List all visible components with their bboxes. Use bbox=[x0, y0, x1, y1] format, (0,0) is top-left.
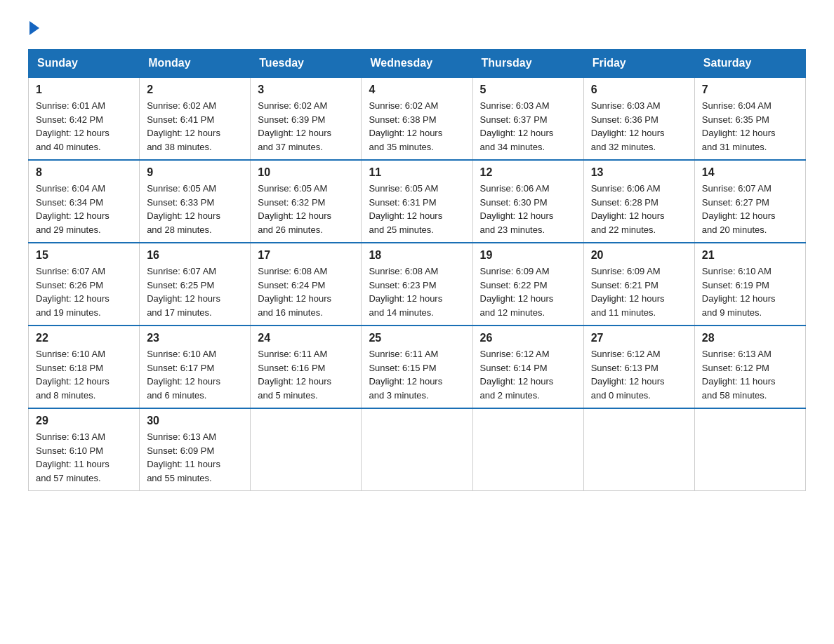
day-number: 20 bbox=[591, 249, 687, 262]
day-number: 9 bbox=[147, 166, 243, 179]
calendar-cell: 28Sunrise: 6:13 AMSunset: 6:12 PMDayligh… bbox=[694, 326, 805, 408]
day-number: 5 bbox=[480, 83, 576, 96]
calendar-cell: 13Sunrise: 6:06 AMSunset: 6:28 PMDayligh… bbox=[583, 160, 694, 243]
calendar-cell: 20Sunrise: 6:09 AMSunset: 6:21 PMDayligh… bbox=[583, 243, 694, 326]
calendar-cell: 26Sunrise: 6:12 AMSunset: 6:14 PMDayligh… bbox=[472, 326, 583, 408]
day-info: Sunrise: 6:03 AMSunset: 6:37 PMDaylight:… bbox=[480, 99, 576, 154]
day-number: 15 bbox=[36, 249, 132, 262]
day-info: Sunrise: 6:12 AMSunset: 6:13 PMDaylight:… bbox=[591, 347, 687, 402]
day-info: Sunrise: 6:10 AMSunset: 6:17 PMDaylight:… bbox=[147, 347, 243, 402]
day-number: 18 bbox=[369, 249, 465, 262]
calendar-cell bbox=[583, 408, 694, 491]
calendar-cell: 25Sunrise: 6:11 AMSunset: 6:15 PMDayligh… bbox=[362, 326, 472, 408]
calendar-week-row-4: 22Sunrise: 6:10 AMSunset: 6:18 PMDayligh… bbox=[29, 326, 806, 408]
day-number: 8 bbox=[36, 166, 132, 179]
day-info: Sunrise: 6:09 AMSunset: 6:21 PMDaylight:… bbox=[591, 264, 687, 319]
day-info: Sunrise: 6:07 AMSunset: 6:26 PMDaylight:… bbox=[36, 264, 132, 319]
day-info: Sunrise: 6:13 AMSunset: 6:09 PMDaylight:… bbox=[147, 430, 243, 485]
day-info: Sunrise: 6:04 AMSunset: 6:35 PMDaylight:… bbox=[702, 99, 798, 154]
calendar-cell: 4Sunrise: 6:02 AMSunset: 6:38 PMDaylight… bbox=[362, 77, 472, 160]
calendar-cell bbox=[362, 408, 472, 491]
calendar-cell: 18Sunrise: 6:08 AMSunset: 6:23 PMDayligh… bbox=[362, 243, 472, 326]
calendar-cell: 12Sunrise: 6:06 AMSunset: 6:30 PMDayligh… bbox=[472, 160, 583, 243]
day-info: Sunrise: 6:02 AMSunset: 6:39 PMDaylight:… bbox=[258, 99, 354, 154]
calendar-cell: 30Sunrise: 6:13 AMSunset: 6:09 PMDayligh… bbox=[140, 408, 251, 491]
day-number: 26 bbox=[480, 332, 576, 344]
day-number: 4 bbox=[369, 83, 465, 96]
calendar-week-row-1: 1Sunrise: 6:01 AMSunset: 6:42 PMDaylight… bbox=[29, 77, 806, 160]
day-number: 16 bbox=[147, 249, 243, 262]
calendar-cell: 17Sunrise: 6:08 AMSunset: 6:24 PMDayligh… bbox=[251, 243, 362, 326]
calendar-header-friday: Friday bbox=[583, 50, 694, 78]
day-number: 11 bbox=[369, 166, 465, 179]
day-info: Sunrise: 6:05 AMSunset: 6:33 PMDaylight:… bbox=[147, 182, 243, 236]
day-number: 22 bbox=[36, 332, 132, 344]
calendar-cell bbox=[251, 408, 362, 491]
calendar-table: SundayMondayTuesdayWednesdayThursdayFrid… bbox=[28, 49, 806, 491]
day-info: Sunrise: 6:11 AMSunset: 6:15 PMDaylight:… bbox=[369, 347, 465, 402]
day-info: Sunrise: 6:12 AMSunset: 6:14 PMDaylight:… bbox=[480, 347, 576, 402]
calendar-cell bbox=[472, 408, 583, 491]
calendar-cell: 22Sunrise: 6:10 AMSunset: 6:18 PMDayligh… bbox=[29, 326, 140, 408]
calendar-cell: 5Sunrise: 6:03 AMSunset: 6:37 PMDaylight… bbox=[472, 77, 583, 160]
calendar-cell: 16Sunrise: 6:07 AMSunset: 6:25 PMDayligh… bbox=[140, 243, 251, 326]
calendar-cell: 8Sunrise: 6:04 AMSunset: 6:34 PMDaylight… bbox=[29, 160, 140, 243]
day-info: Sunrise: 6:05 AMSunset: 6:31 PMDaylight:… bbox=[369, 182, 465, 236]
day-number: 2 bbox=[147, 83, 243, 96]
day-number: 14 bbox=[702, 166, 798, 179]
calendar-cell: 1Sunrise: 6:01 AMSunset: 6:42 PMDaylight… bbox=[29, 77, 140, 160]
day-info: Sunrise: 6:02 AMSunset: 6:38 PMDaylight:… bbox=[369, 99, 465, 154]
day-number: 17 bbox=[258, 249, 354, 262]
calendar-week-row-5: 29Sunrise: 6:13 AMSunset: 6:10 PMDayligh… bbox=[29, 408, 806, 491]
day-number: 25 bbox=[369, 332, 465, 344]
day-info: Sunrise: 6:06 AMSunset: 6:30 PMDaylight:… bbox=[480, 182, 576, 236]
calendar-header-thursday: Thursday bbox=[472, 50, 583, 78]
calendar-header-saturday: Saturday bbox=[694, 50, 805, 78]
day-number: 19 bbox=[480, 249, 576, 262]
calendar-cell: 15Sunrise: 6:07 AMSunset: 6:26 PMDayligh… bbox=[29, 243, 140, 326]
calendar-cell: 14Sunrise: 6:07 AMSunset: 6:27 PMDayligh… bbox=[694, 160, 805, 243]
calendar-cell: 6Sunrise: 6:03 AMSunset: 6:36 PMDaylight… bbox=[583, 77, 694, 160]
day-number: 6 bbox=[591, 83, 687, 96]
day-info: Sunrise: 6:10 AMSunset: 6:19 PMDaylight:… bbox=[702, 264, 798, 319]
day-info: Sunrise: 6:03 AMSunset: 6:36 PMDaylight:… bbox=[591, 99, 687, 154]
day-info: Sunrise: 6:06 AMSunset: 6:28 PMDaylight:… bbox=[591, 182, 687, 236]
day-info: Sunrise: 6:09 AMSunset: 6:22 PMDaylight:… bbox=[480, 264, 576, 319]
calendar-cell: 3Sunrise: 6:02 AMSunset: 6:39 PMDaylight… bbox=[251, 77, 362, 160]
calendar-cell bbox=[694, 408, 805, 491]
day-number: 10 bbox=[258, 166, 354, 179]
day-info: Sunrise: 6:07 AMSunset: 6:27 PMDaylight:… bbox=[702, 182, 798, 236]
calendar-header-sunday: Sunday bbox=[29, 50, 140, 78]
day-info: Sunrise: 6:02 AMSunset: 6:41 PMDaylight:… bbox=[147, 99, 243, 154]
day-info: Sunrise: 6:13 AMSunset: 6:12 PMDaylight:… bbox=[702, 347, 798, 402]
day-number: 23 bbox=[147, 332, 243, 344]
calendar-cell: 21Sunrise: 6:10 AMSunset: 6:19 PMDayligh… bbox=[694, 243, 805, 326]
calendar-header-monday: Monday bbox=[140, 50, 251, 78]
calendar-cell: 19Sunrise: 6:09 AMSunset: 6:22 PMDayligh… bbox=[472, 243, 583, 326]
day-number: 30 bbox=[147, 415, 243, 427]
day-info: Sunrise: 6:05 AMSunset: 6:32 PMDaylight:… bbox=[258, 182, 354, 236]
day-info: Sunrise: 6:04 AMSunset: 6:34 PMDaylight:… bbox=[36, 182, 132, 236]
day-number: 24 bbox=[258, 332, 354, 344]
day-number: 3 bbox=[258, 83, 354, 96]
day-number: 12 bbox=[480, 166, 576, 179]
day-number: 29 bbox=[36, 415, 132, 427]
calendar-cell: 27Sunrise: 6:12 AMSunset: 6:13 PMDayligh… bbox=[583, 326, 694, 408]
calendar-cell: 7Sunrise: 6:04 AMSunset: 6:35 PMDaylight… bbox=[694, 77, 805, 160]
calendar-cell: 2Sunrise: 6:02 AMSunset: 6:41 PMDaylight… bbox=[140, 77, 251, 160]
day-info: Sunrise: 6:08 AMSunset: 6:24 PMDaylight:… bbox=[258, 264, 354, 319]
calendar-cell: 10Sunrise: 6:05 AMSunset: 6:32 PMDayligh… bbox=[251, 160, 362, 243]
day-info: Sunrise: 6:13 AMSunset: 6:10 PMDaylight:… bbox=[36, 430, 132, 485]
day-info: Sunrise: 6:08 AMSunset: 6:23 PMDaylight:… bbox=[369, 264, 465, 319]
calendar-header-wednesday: Wednesday bbox=[362, 50, 472, 78]
calendar-cell: 23Sunrise: 6:10 AMSunset: 6:17 PMDayligh… bbox=[140, 326, 251, 408]
calendar-week-row-3: 15Sunrise: 6:07 AMSunset: 6:26 PMDayligh… bbox=[29, 243, 806, 326]
day-number: 1 bbox=[36, 83, 132, 96]
day-number: 27 bbox=[591, 332, 687, 344]
day-number: 7 bbox=[702, 83, 798, 96]
logo bbox=[28, 21, 41, 35]
logo-arrow-icon bbox=[29, 21, 39, 35]
calendar-cell: 24Sunrise: 6:11 AMSunset: 6:16 PMDayligh… bbox=[251, 326, 362, 408]
calendar-header-tuesday: Tuesday bbox=[251, 50, 362, 78]
day-info: Sunrise: 6:07 AMSunset: 6:25 PMDaylight:… bbox=[147, 264, 243, 319]
